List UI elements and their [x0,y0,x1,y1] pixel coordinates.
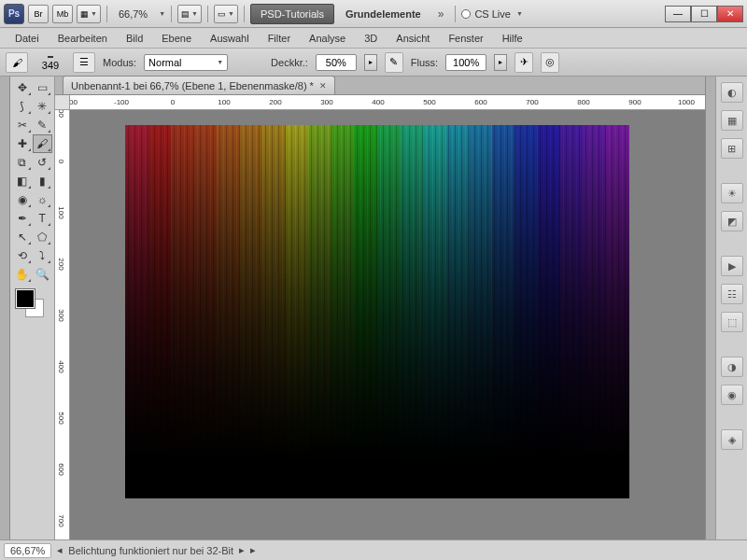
healing-tool[interactable]: ✚ [12,134,33,153]
move-tool[interactable]: ✥ [12,78,33,97]
view-extras-button[interactable]: ▦▼ [77,5,101,23]
menu-bild[interactable]: Bild [117,30,152,47]
minimize-button[interactable]: — [665,6,691,22]
adjustments-panel-icon[interactable]: ☀ [721,183,743,203]
eyedropper-tool[interactable]: ✎ [33,116,53,134]
crop-tool[interactable]: ✂ [12,116,33,134]
ps-logo: Ps [4,4,24,24]
paths-panel-icon[interactable]: ⬚ [721,312,743,332]
horizontal-ruler[interactable]: -200-10001002003004005006007008009001000 [70,95,705,110]
menu-3d[interactable]: 3D [355,30,387,47]
lasso-tool[interactable]: ⟆ [12,97,33,116]
document-area: Unbenannt-1 bei 66,7% (Ebene 1, Ebenenma… [55,77,705,539]
status-menu-icon[interactable]: ▸ [250,544,256,556]
close-document-icon[interactable]: ✕ [319,81,327,91]
cslive-dot-icon [461,9,471,19]
path-select-tool[interactable]: ↖ [12,228,33,246]
document-tab-title: Unbenannt-1 bei 66,7% (Ebene 1, Ebenenma… [71,80,314,91]
cs-live[interactable]: CS Live▼ [461,8,522,20]
flow-value[interactable]: 100% [445,54,486,71]
menu-datei[interactable]: Datei [6,30,49,47]
masks-panel-icon[interactable]: ◩ [721,211,743,231]
menu-analyse[interactable]: Analyse [300,30,355,47]
menu-ebene[interactable]: Ebene [152,30,201,47]
history-brush-tool[interactable]: ↺ [33,153,53,172]
channels-panel-icon[interactable]: ☷ [721,284,743,304]
flow-slider-button[interactable]: ▸ [494,54,507,71]
menubar: Datei Bearbeiten Bild Ebene Auswahl Filt… [0,28,747,49]
mode-label: Modus: [103,57,136,68]
toolbox: ✥▭ ⟆✳ ✂✎ ✚🖌 ⧉↺ ◧▮ ◉☼ ✒T ↖⬠ ⟲⤵ ✋🔍 [10,77,55,539]
menu-bearbeiten[interactable]: Bearbeiten [49,30,117,47]
workspace-psd-tutorials[interactable]: PSD-Tutorials [250,4,334,24]
color-panel-icon[interactable]: ◐ [721,82,743,103]
tool-preset-picker[interactable]: 🖌 [6,52,28,73]
maximize-button[interactable]: ☐ [691,6,717,22]
menu-fenster[interactable]: Fenster [439,30,492,47]
right-dock-handle[interactable] [705,77,715,539]
zoom-tool[interactable]: 🔍 [33,265,53,284]
ruler-origin[interactable] [55,95,70,110]
marquee-tool[interactable]: ▭ [33,78,53,97]
type-tool[interactable]: T [33,209,53,228]
zoom-level[interactable]: 66,7% [113,8,153,20]
minibridge-button[interactable]: Mb [52,5,73,23]
vertical-ruler[interactable]: -1000100200300400500600700 [55,110,70,539]
airbrush-toggle[interactable]: ✈ [514,52,533,73]
bridge-button[interactable]: Br [28,5,49,23]
layers-panel-icon[interactable]: ▶ [721,256,743,276]
actions-panel-icon[interactable]: ◉ [721,385,743,405]
brush-tool[interactable]: 🖌 [33,134,53,153]
status-message: Belichtung funktioniert nur bei 32-Bit [68,545,233,556]
flow-label: Fluss: [411,57,438,68]
options-bar: 🖌 349 ☰ Modus: Normal▼ Deckkr.: 50% ▸ ✎ … [0,49,747,77]
gradient-tool[interactable]: ▮ [33,172,53,190]
pen-tool[interactable]: ✒ [12,209,33,228]
menu-hilfe[interactable]: Hilfe [493,30,532,47]
foreground-color-swatch[interactable] [16,289,35,308]
extra-panel-icon[interactable]: ◈ [721,429,743,450]
left-dock-handle[interactable] [0,77,10,539]
opacity-value[interactable]: 50% [316,54,357,71]
history-panel-icon[interactable]: ◑ [721,357,743,377]
swatches-panel-icon[interactable]: ▦ [721,110,743,131]
right-panel-dock: ◐ ▦ ⊞ ☀ ◩ ▶ ☷ ⬚ ◑ ◉ ◈ [715,77,747,539]
stamp-tool[interactable]: ⧉ [12,153,33,172]
zoom-dropdown-icon[interactable]: ▼ [159,10,165,17]
blend-mode-dropdown[interactable]: Normal▼ [144,54,228,71]
brush-panel-toggle[interactable]: ☰ [73,52,95,73]
close-button[interactable]: ✕ [717,6,743,22]
styles-panel-icon[interactable]: ⊞ [721,138,743,159]
color-swatches[interactable] [12,287,49,321]
opacity-label: Deckkr.: [271,57,308,68]
document-tab[interactable]: Unbenannt-1 bei 66,7% (Ebene 1, Ebenenma… [63,76,335,94]
canvas[interactable] [125,125,629,498]
magic-wand-tool[interactable]: ✳ [33,97,53,116]
dodge-tool[interactable]: ☼ [33,190,53,209]
3d-camera-tool[interactable]: ⤵ [33,246,53,265]
shape-tool[interactable]: ⬠ [33,228,53,246]
brush-preset-picker[interactable]: 349 [35,54,65,71]
menu-filter[interactable]: Filter [259,30,300,47]
more-workspaces-icon[interactable]: » [432,7,450,21]
3d-tool[interactable]: ⟲ [12,246,33,265]
status-arrow-left-icon[interactable]: ◂ [57,544,63,556]
canvas-viewport[interactable]: -1000100200300400500600700 [55,110,705,539]
screenmode-button[interactable]: ▭▼ [214,5,238,23]
status-zoom[interactable]: 66,67% [4,543,51,558]
workspace-grundelemente[interactable]: Grundelemente [338,4,429,24]
menu-auswahl[interactable]: Auswahl [201,30,259,47]
menu-ansicht[interactable]: Ansicht [387,30,439,47]
status-bar: 66,67% ◂ Belichtung funktioniert nur bei… [0,539,747,560]
opacity-pressure-toggle[interactable]: ✎ [385,52,403,73]
size-pressure-toggle[interactable]: ◎ [541,52,559,73]
document-tabbar: Unbenannt-1 bei 66,7% (Ebene 1, Ebenenma… [55,77,705,95]
opacity-slider-button[interactable]: ▸ [364,54,377,71]
hand-tool[interactable]: ✋ [12,265,33,284]
eraser-tool[interactable]: ◧ [12,172,33,190]
arrange-button[interactable]: ▤▼ [177,5,202,23]
titlebar: Ps Br Mb ▦▼ 66,7%▼ ▤▼ ▭▼ PSD-Tutorials G… [0,0,747,28]
status-arrow-right-icon[interactable]: ▸ [239,544,245,556]
blur-tool[interactable]: ◉ [12,190,33,209]
